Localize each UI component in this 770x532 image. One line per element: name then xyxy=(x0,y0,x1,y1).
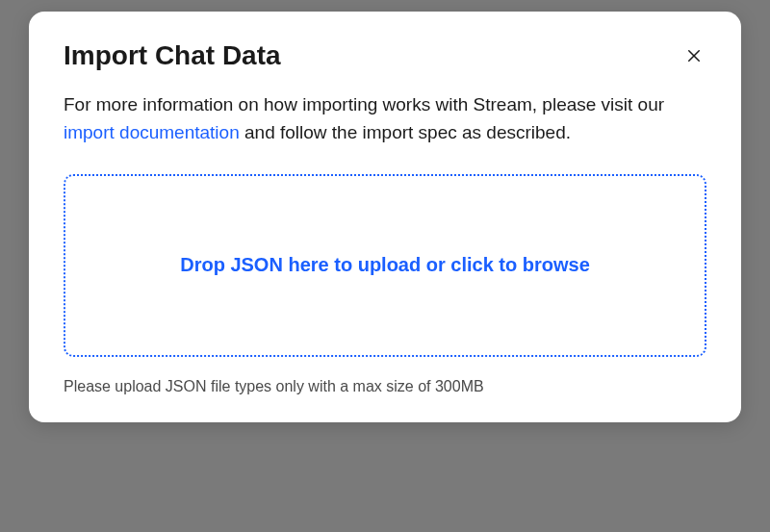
import-chat-data-modal: Import Chat Data For more information on… xyxy=(29,12,741,422)
modal-title: Import Chat Data xyxy=(64,40,281,71)
file-dropzone[interactable]: Drop JSON here to upload or click to bro… xyxy=(64,174,706,357)
close-button[interactable] xyxy=(681,43,706,68)
modal-header: Import Chat Data xyxy=(64,40,706,71)
upload-helper-text: Please upload JSON file types only with … xyxy=(64,378,706,395)
import-documentation-link[interactable]: import documentation xyxy=(64,122,240,142)
close-icon xyxy=(685,47,703,64)
modal-description: For more information on how importing wo… xyxy=(64,90,706,147)
description-text-before: For more information on how importing wo… xyxy=(64,94,664,114)
description-text-after: and follow the import spec as described. xyxy=(240,122,571,142)
dropzone-label: Drop JSON here to upload or click to bro… xyxy=(180,254,590,276)
